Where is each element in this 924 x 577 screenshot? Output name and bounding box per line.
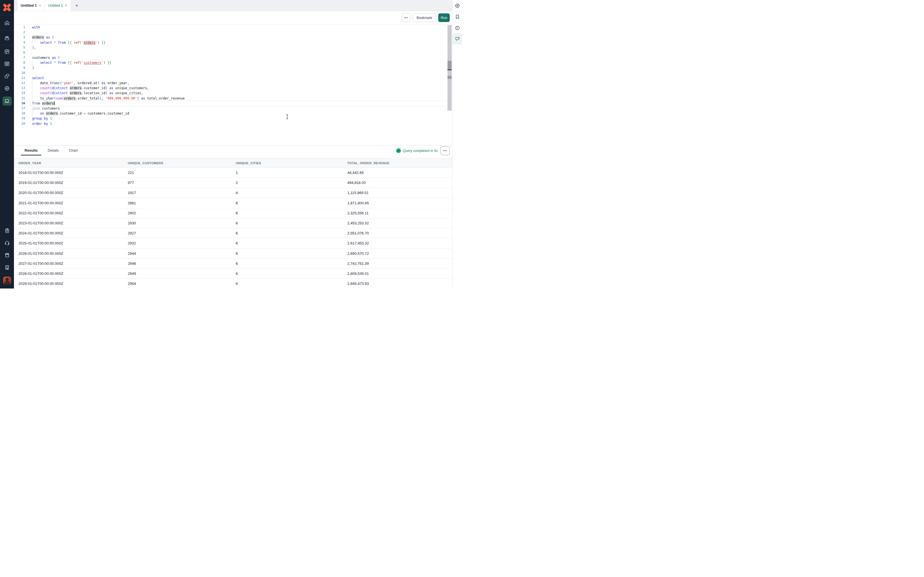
sidebar-item-docs[interactable] <box>0 249 14 261</box>
code-line[interactable]: 13count(distinct orders.customer_id) as … <box>14 85 452 90</box>
bookmark-button[interactable]: Bookmark <box>413 13 436 22</box>
table-row[interactable]: 2028-01-01T00:00:00.000Z294962,808,539.0… <box>14 269 452 279</box>
column-header[interactable]: UNIQUE_CITIES <box>236 161 347 165</box>
rail-item-bookmark[interactable] <box>452 11 462 23</box>
rail-item-history[interactable] <box>452 23 462 34</box>
sidebar-item-compute[interactable] <box>0 95 14 107</box>
table-cell: 2023-01-01T00:00:00.000Z <box>18 221 128 225</box>
left-sidebar <box>0 0 14 288</box>
results-tab-results[interactable]: Results <box>21 146 41 156</box>
results-tab-chart[interactable]: Chart <box>65 146 81 156</box>
table-row[interactable]: 2020-01-01T00:00:00.000Z191741,115,869.5… <box>14 188 452 198</box>
code-line[interactable]: 8select * from {{ ref('customers') }} <box>14 60 452 65</box>
line-number: 14 <box>14 90 25 96</box>
table-cell: 2,617,453.32 <box>347 241 452 245</box>
templates-icon <box>4 228 10 234</box>
table-row[interactable]: 2021-01-01T00:00:00.000Z266161,871,800.8… <box>14 198 452 208</box>
rail-item-magic-chat[interactable] <box>452 34 462 44</box>
code-line[interactable]: 3orders as ( <box>14 35 452 40</box>
code-line[interactable]: 18on orders.customer_id = customers.cust… <box>14 111 452 116</box>
code-line[interactable]: 15to_char(sum(orders.order_total), '999,… <box>14 96 452 101</box>
table-cell: 1,871,800.85 <box>347 201 452 205</box>
code-line[interactable]: 14count(distinct orders.location_id) as … <box>14 90 452 96</box>
code-line[interactable]: 19group by 1 <box>14 116 452 121</box>
results-tab-details[interactable]: Details <box>44 146 63 156</box>
tab-untitled-1[interactable]: Untitled 1 × <box>18 0 44 11</box>
new-tab-button[interactable]: + <box>71 0 82 11</box>
table-row[interactable]: 2019-01-01T00:00:00.000Z9772494,818.00 <box>14 178 452 188</box>
editor-scrollbar[interactable] <box>447 25 452 111</box>
sql-editor[interactable]: 1with23orders as (4select * from {{ ref(… <box>14 24 452 145</box>
scrollbar-highlight-marker <box>447 76 452 79</box>
cell-toolbar: ••• Bookmark Run <box>14 11 452 24</box>
user-avatar[interactable] <box>3 277 11 285</box>
tab-untitled-2[interactable]: Untitled 1 × <box>44 0 71 11</box>
table-cell: 2932 <box>128 241 236 245</box>
line-number: 12 <box>14 81 25 85</box>
sidebar-item-projects[interactable] <box>0 45 14 58</box>
scrollbar-thumb[interactable] <box>447 61 452 70</box>
results-table: ORDER_YEARUNIQUE_CUSTOMERSUNIQUE_CITIEST… <box>14 158 452 288</box>
code-line[interactable]: 7customers as ( <box>14 55 452 60</box>
run-button[interactable]: Run <box>438 13 450 22</box>
table-row[interactable]: 2018-01-01T00:00:00.000Z221144,442.65 <box>14 168 452 178</box>
table-row[interactable]: 2027-01-01T00:00:00.000Z294662,742,751.3… <box>14 259 452 269</box>
code-line[interactable]: 12date_trunc('year', ordered_at) as orde… <box>14 81 452 85</box>
check-circle-icon <box>396 148 401 153</box>
table-cell: 2027-01-01T00:00:00.000Z <box>18 261 128 266</box>
hex-logo[interactable] <box>0 0 14 15</box>
sidebar-item-organization[interactable] <box>0 261 14 274</box>
table-row[interactable]: 2023-01-01T00:00:00.000Z293062,453,253.3… <box>14 218 452 228</box>
line-number: 10 <box>14 71 25 76</box>
sidebar-item-home[interactable] <box>0 15 14 30</box>
code-line[interactable]: 20order by 1 <box>14 121 452 126</box>
code-line-content: group by 1 <box>32 116 52 121</box>
table-cell: 2029-01-01T00:00:00.000Z <box>18 282 128 286</box>
sidebar-active-item <box>3 97 12 106</box>
more-options-button[interactable]: ••• <box>402 13 410 22</box>
column-header[interactable]: ORDER_YEAR <box>18 161 128 165</box>
table-row[interactable]: 2022-01-01T00:00:00.000Z290262,325,556.1… <box>14 208 452 218</box>
line-number: 4 <box>14 40 25 45</box>
code-line[interactable]: 5), <box>14 45 452 50</box>
table-cell: 1 <box>236 171 347 175</box>
code-line[interactable]: 1with <box>14 25 452 30</box>
sidebar-item-code-window[interactable] <box>0 58 14 70</box>
code-line[interactable]: 11select <box>14 76 452 81</box>
tab-close-icon[interactable]: × <box>65 3 67 8</box>
code-line[interactable]: 6 <box>14 50 452 55</box>
table-row[interactable]: 2025-01-01T00:00:00.000Z293262,617,453.3… <box>14 239 452 248</box>
line-number: 1 <box>14 25 25 30</box>
history-icon <box>454 25 460 31</box>
table-cell: 2022-01-01T00:00:00.000Z <box>18 211 128 215</box>
code-line[interactable]: 2 <box>14 30 452 35</box>
tab-close-icon[interactable]: × <box>39 3 41 8</box>
results-more-button[interactable]: ••• <box>441 146 450 155</box>
sidebar-item-apps[interactable] <box>0 70 14 82</box>
rail-item-explore[interactable] <box>452 0 462 11</box>
docs-icon <box>4 252 10 258</box>
table-row[interactable]: 2029-01-01T00:00:00.000Z295462,845,473.9… <box>14 279 452 288</box>
sidebar-item-templates[interactable] <box>0 224 14 237</box>
sidebar-item-collections[interactable] <box>0 31 14 45</box>
table-row[interactable]: 2024-01-01T00:00:00.000Z292762,551,076.7… <box>14 228 452 239</box>
sidebar-item-explore[interactable] <box>0 82 14 95</box>
bookmark-icon <box>454 14 460 20</box>
table-row[interactable]: 2026-01-01T00:00:00.000Z294462,690,570.7… <box>14 249 452 259</box>
table-cell: 2021-01-01T00:00:00.000Z <box>18 201 128 205</box>
code-line[interactable]: 16from orders <box>14 101 452 106</box>
code-line[interactable]: 4select * from {{ ref('orders') }} <box>14 40 452 45</box>
column-header[interactable]: UNIQUE_CUSTOMERS <box>128 161 236 165</box>
sidebar-item-support[interactable] <box>0 237 14 249</box>
code-line-content: join customers <box>32 106 60 111</box>
code-line[interactable]: 17join customers <box>14 106 452 111</box>
line-number: 19 <box>14 116 25 121</box>
results-tab-bar: ResultsDetailsChart <box>14 146 81 156</box>
code-line-content: customers as ( <box>32 55 60 60</box>
table-cell: 6 <box>236 261 347 266</box>
code-line[interactable]: 9) <box>14 66 452 71</box>
column-header[interactable]: TOTAL_ORDER_REVENUE <box>347 161 452 165</box>
hex-logo-icon <box>2 3 12 12</box>
line-number: 20 <box>14 121 25 126</box>
code-line[interactable]: 10 <box>14 71 452 76</box>
